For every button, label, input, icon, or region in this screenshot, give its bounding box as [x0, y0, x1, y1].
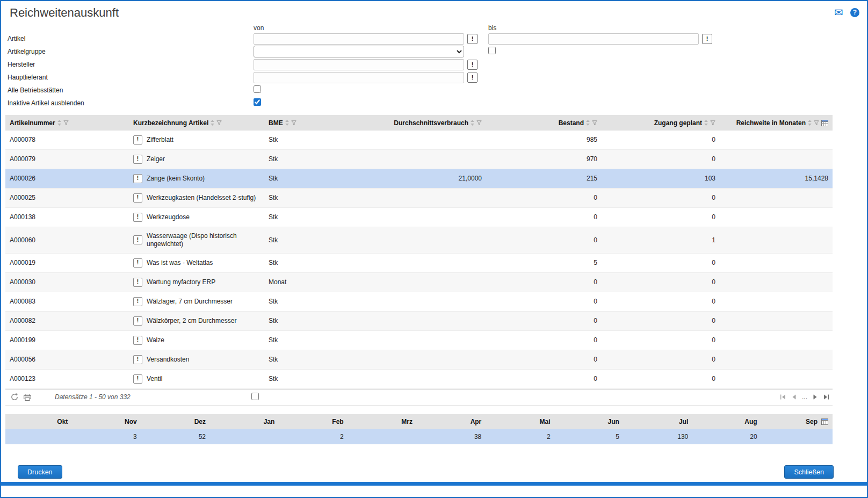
table-row[interactable]: A000025 ! Werkzeugkasten (Handelsset 2-s… — [5, 188, 833, 207]
artikel-von-lookup-button[interactable]: ! — [467, 34, 478, 44]
cell-durchschnittsverbrauch — [328, 253, 486, 272]
table-row[interactable]: A000199 ! Walze Stk 0 0 — [5, 330, 833, 350]
cell-durchschnittsverbrauch — [328, 350, 486, 369]
cell-durchschnittsverbrauch — [328, 292, 486, 311]
table-row[interactable]: A000030 ! Wartung myfactory ERP Monat 0 … — [5, 272, 833, 292]
sort-icon[interactable] — [808, 120, 812, 126]
col-header-durchschnittsverbrauch[interactable]: Durchschnittsverbrauch — [328, 115, 486, 131]
sort-icon[interactable] — [57, 120, 61, 126]
filter-icon[interactable] — [63, 120, 69, 126]
excel-export-icon[interactable] — [821, 418, 828, 425]
hauptlieferant-input[interactable] — [254, 72, 464, 83]
month-header: Nov — [74, 414, 143, 429]
sort-icon[interactable] — [471, 120, 474, 126]
sort-icon[interactable] — [704, 120, 708, 126]
col-header-zugang-geplant[interactable]: Zugang geplant — [602, 115, 720, 131]
month-header: Aug — [695, 414, 763, 429]
month-header: Mai — [488, 414, 556, 429]
month-header: Okt — [5, 414, 74, 429]
detail-button[interactable]: ! — [133, 355, 142, 364]
table-row[interactable]: A000078 ! Zifferblatt Stk 985 0 — [5, 131, 833, 150]
sort-icon[interactable] — [586, 120, 590, 126]
next-page-icon[interactable] — [813, 394, 818, 400]
artikelgruppe-bis-checkbox[interactable] — [488, 47, 496, 54]
drucken-button[interactable]: Drucken — [18, 465, 62, 479]
table-row[interactable]: A000082 ! Wälzkörper, 2 cm Durchmesser S… — [5, 311, 833, 330]
sort-icon[interactable] — [211, 120, 214, 126]
cell-durchschnittsverbrauch — [328, 131, 486, 150]
cell-bme: Stk — [264, 369, 328, 388]
grid-footer: Datensätze 1 - 50 von 332 ... — [5, 389, 833, 406]
col-header-reichweite[interactable]: Reichweite in Monaten — [720, 115, 833, 131]
inaktive-artikel-checkbox[interactable] — [254, 98, 261, 106]
print-icon[interactable] — [24, 394, 31, 401]
col-header-artikelnummer[interactable]: Artikelnummer — [5, 115, 129, 131]
artikel-von-input[interactable] — [254, 33, 464, 45]
bezeichnung-text: Zange (kein Skonto) — [147, 175, 205, 183]
detail-button[interactable]: ! — [133, 193, 142, 203]
footer-checkbox[interactable] — [251, 393, 259, 400]
table-row[interactable]: A000026 ! Zange (kein Skonto) Stk 21,000… — [5, 169, 833, 188]
detail-button[interactable]: ! — [133, 297, 142, 306]
filter-row-hauptlieferant: Hauptlieferant ! — [8, 71, 867, 84]
table-row[interactable]: A000123 ! Ventil Stk 0 0 — [5, 369, 833, 388]
detail-button[interactable]: ! — [133, 235, 142, 244]
filter-icon[interactable] — [216, 120, 222, 126]
prev-page-icon[interactable] — [792, 394, 796, 400]
filter-icon[interactable] — [291, 120, 296, 126]
table-row[interactable]: A000079 ! Zeiger Stk 970 0 — [5, 149, 833, 169]
excel-export-icon[interactable] — [821, 120, 828, 126]
filter-icon[interactable] — [814, 120, 819, 126]
help-icon[interactable]: ? — [850, 8, 859, 17]
detail-button[interactable]: ! — [133, 336, 142, 345]
cell-reichweite — [720, 207, 833, 227]
refresh-icon[interactable] — [11, 393, 18, 401]
last-page-icon[interactable] — [823, 394, 829, 400]
filter-icon[interactable] — [710, 120, 715, 126]
table-row[interactable]: A000019 ! Was ist was - Weltatlas Stk 5 … — [5, 253, 833, 272]
detail-button[interactable]: ! — [133, 278, 142, 287]
cell-artikelnummer: A000056 — [5, 350, 129, 369]
first-page-icon[interactable] — [780, 394, 786, 400]
filter-icon[interactable] — [592, 120, 597, 126]
col-header-bme[interactable]: BME — [264, 115, 328, 131]
hauptlieferant-lookup-button[interactable]: ! — [467, 73, 478, 83]
results-table-body: A000078 ! Zifferblatt Stk 985 0 A0000 — [5, 131, 833, 389]
table-row[interactable]: A000083 ! Wälzlager, 7 cm Durchmesser St… — [5, 292, 833, 311]
col-header-kurzbezeichnung[interactable]: Kurzbezeichnung Artikel — [129, 115, 264, 131]
table-row[interactable]: A000138 ! Werkzeugdose Stk 0 0 — [5, 207, 833, 227]
detail-button[interactable]: ! — [133, 155, 142, 164]
detail-button[interactable]: ! — [133, 213, 142, 222]
detail-button[interactable]: ! — [133, 374, 142, 384]
table-row[interactable]: A000060 ! Wasserwaage (Dispo historisch … — [5, 227, 833, 253]
artikelgruppe-select[interactable] — [254, 46, 464, 57]
bottom-accent-bar — [1, 482, 867, 486]
table-row[interactable]: A000056 ! Versandkosten Stk 0 0 — [5, 350, 833, 369]
cell-reichweite — [720, 253, 833, 272]
cell-bestand: 0 — [486, 272, 602, 292]
column-label: Durchschnittsverbrauch — [394, 119, 468, 127]
detail-button[interactable]: ! — [133, 258, 142, 268]
col-header-bestand[interactable]: Bestand — [486, 115, 602, 131]
page-ellipsis[interactable]: ... — [802, 394, 807, 400]
cell-reichweite: 15,1428 — [720, 169, 833, 188]
detail-button[interactable]: ! — [133, 174, 142, 183]
cell-kurzbezeichnung: ! Was ist was - Weltatlas — [129, 253, 264, 272]
months-header-row: OktNovDezJanFebMrzAprMaiJunJulAugSep — [5, 414, 833, 429]
cell-kurzbezeichnung: ! Wälzlager, 7 cm Durchmesser — [129, 292, 264, 311]
detail-button[interactable]: ! — [133, 135, 142, 145]
hersteller-lookup-button[interactable]: ! — [467, 60, 478, 70]
mail-icon[interactable]: ✉ — [834, 7, 843, 18]
filter-icon[interactable] — [476, 120, 482, 126]
detail-button[interactable]: ! — [133, 316, 142, 326]
cell-kurzbezeichnung: ! Walze — [129, 330, 264, 350]
sort-icon[interactable] — [285, 120, 289, 126]
artikel-bis-input[interactable] — [488, 33, 699, 45]
hersteller-input[interactable] — [254, 59, 464, 70]
alle-betriebsstaetten-checkbox[interactable] — [254, 85, 261, 93]
month-value: 3 — [74, 429, 143, 444]
cell-reichweite — [720, 272, 833, 292]
schliessen-button[interactable]: Schließen — [784, 465, 834, 479]
column-label: Kurzbezeichnung Artikel — [133, 119, 208, 127]
artikel-bis-lookup-button[interactable]: ! — [702, 34, 712, 44]
